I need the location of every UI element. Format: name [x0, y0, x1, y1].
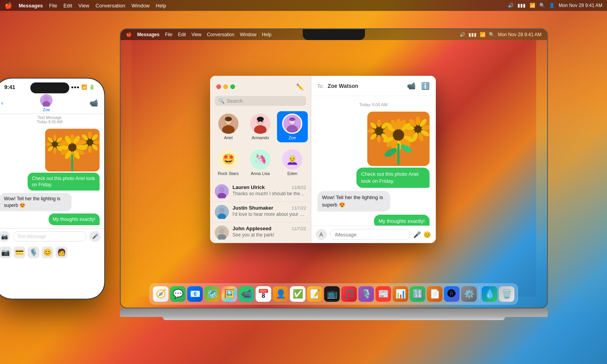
conversation-list: Lauren Ulrick 11/8/22 Thanks so much! I … [210, 181, 311, 243]
dock-airdrop[interactable]: 💧 [482, 286, 497, 302]
dock-safari[interactable]: 🧭 [153, 286, 168, 302]
video-call-icon[interactable]: 📹 [407, 82, 416, 90]
input-right-actions: 🎤 😊 [413, 231, 431, 238]
john-date: 11/7/22 [292, 226, 306, 231]
iphone-bubble-sent-1: Check out this photo Ariel took on Frida… [28, 173, 100, 191]
justin-avatar [215, 205, 229, 219]
pinned-contact-ariel[interactable]: Ariel [213, 111, 244, 142]
dock-music[interactable]: 🎵 [341, 286, 357, 302]
macbook-screen: 🍎 Messages File Edit View Conversation W… [120, 28, 548, 308]
message-row-sent-1: Check out this photo Ariel took on Frida… [318, 112, 430, 188]
apps-button[interactable]: A [316, 229, 327, 240]
pinned-contact-armando[interactable]: Armando [245, 111, 275, 142]
search-bar[interactable]: 🔍 Search [215, 96, 306, 106]
pinned-contact-zoe[interactable]: Zoe [277, 111, 307, 142]
conv-lauren[interactable]: Lauren Ulrick 11/8/22 Thanks so much! I … [210, 181, 311, 202]
mac-menu-edit: Edit [178, 32, 186, 37]
lauren-date: 11/8/22 [292, 185, 306, 190]
mac-menu-window: Window [240, 32, 256, 37]
pinned-contact-rockstars[interactable]: 🤩 Rock Stars [213, 147, 244, 178]
dock-numbers[interactable]: 🔢 [410, 286, 425, 302]
iphone-emoji-smiley[interactable]: 😊 [42, 247, 53, 258]
menu-messages[interactable]: Messages [19, 3, 43, 9]
back-chevron-icon: ‹ [1, 100, 3, 107]
zoe-avatar [282, 114, 302, 134]
close-button[interactable] [216, 84, 221, 89]
mac-dock-inner: 🧭 💬 📧 🗺️ 🖼️ 📹 NOV 8 [149, 284, 518, 304]
conv-john[interactable]: John Appleseed 11/7/22 See you at the pa… [210, 222, 311, 243]
menu-help[interactable]: Help [156, 3, 166, 9]
battery-icon: ▮▮▮ [518, 3, 526, 8]
dock-photos[interactable]: 🖼️ [221, 286, 237, 302]
dock-appstore[interactable]: 🅐 [444, 286, 460, 302]
justin-preview: I'd love to hear more about your project… [233, 212, 306, 217]
user-icon[interactable]: 👤 [549, 3, 555, 8]
iphone-emoji-applepay[interactable]: 💳 [14, 247, 25, 258]
iphone-camera-button[interactable]: 📷 [0, 231, 10, 242]
conv-justin[interactable]: Justin Shumaker 11/7/22 I'd love to hear… [210, 202, 311, 222]
search-icon[interactable]: 🔍 [539, 3, 545, 8]
mac-menu-help: Help [262, 32, 272, 37]
chat-actions: 📹 ℹ️ [407, 82, 430, 90]
mac-dock-overlay: 🧭 💬 📧 🗺️ 🖼️ 📹 NOV 8 [121, 280, 547, 308]
armando-name: Armando [252, 135, 269, 140]
iphone-emoji-person[interactable]: 🧑 [56, 247, 67, 258]
iphone-emoji-camera[interactable]: 📷 [0, 247, 11, 258]
dock-podcasts[interactable]: 🎙️ [358, 286, 374, 302]
info-icon[interactable]: ℹ️ [421, 82, 430, 90]
dock-pages[interactable]: 📄 [427, 286, 442, 302]
back-button[interactable]: ‹ [1, 100, 3, 107]
svg-point-27 [219, 208, 225, 213]
menu-edit[interactable]: Edit [63, 3, 72, 9]
dock-facetime[interactable]: 📹 [239, 286, 254, 302]
iphone-message-photo[interactable] [45, 129, 100, 172]
iphone-text-input[interactable]: Text Message [13, 231, 86, 242]
macbook: 🍎 Messages File Edit View Conversation W… [120, 28, 548, 324]
iphone-text-message-label: Text MessageToday 9:36 AM [0, 114, 104, 126]
dock-reminders[interactable]: ✅ [290, 286, 305, 302]
dock-contacts[interactable]: 👤 [273, 286, 288, 302]
menu-window[interactable]: Window [132, 3, 149, 9]
justin-name: Justin Shumaker [233, 205, 274, 211]
svg-text:🦄: 🦄 [254, 153, 267, 165]
dock-keynote[interactable]: 📊 [393, 286, 408, 302]
chat-input-bar: A 🎤 😊 [311, 226, 436, 243]
pinned-contact-annalisa[interactable]: 🦄 Anna Lisa [245, 147, 275, 178]
iphone-contact-center[interactable]: Zoe [40, 94, 53, 112]
iphone-mic-button[interactable]: 🎤 [89, 231, 100, 242]
recipient-name: Zoe Watson [328, 83, 358, 89]
justin-info: Justin Shumaker 11/7/22 I'd love to hear… [233, 205, 306, 217]
video-call-button[interactable]: 📹 [89, 99, 98, 107]
maximize-button[interactable] [230, 84, 235, 89]
dock-notes[interactable]: 📝 [307, 286, 323, 302]
dock-trash[interactable]: 🗑️ [499, 286, 514, 302]
menu-conversation[interactable]: Conversation [95, 3, 125, 9]
message-input[interactable] [330, 229, 410, 240]
dock-messages[interactable]: 💬 [170, 286, 186, 302]
dock-appletv[interactable]: 📺 [324, 286, 340, 302]
dock-mail[interactable]: 📧 [187, 286, 203, 302]
svg-point-80 [68, 143, 77, 152]
apple-logo[interactable]: 🍎 [5, 2, 12, 9]
lauren-preview: Thanks so much! I should be there by 9:0… [233, 191, 306, 196]
minimize-button[interactable] [223, 84, 228, 89]
emoji-icon[interactable]: 😊 [423, 231, 431, 238]
mac-apple-icon: 🍎 [126, 32, 132, 37]
pinned-contact-eden[interactable]: 👩‍🦳 Eden [277, 147, 307, 178]
svg-point-62 [367, 129, 375, 133]
menu-view[interactable]: View [79, 3, 89, 9]
dock-maps[interactable]: 🗺️ [204, 286, 220, 302]
mac-wifi: 📶 [480, 32, 486, 37]
svg-point-16 [289, 117, 295, 121]
dock-syspreferences[interactable]: ⚙️ [461, 286, 477, 302]
audio-icon[interactable]: 🎤 [413, 231, 421, 238]
iphone-emoji-audio[interactable]: 🎙️ [28, 247, 39, 258]
menu-file[interactable]: File [49, 3, 57, 9]
dock-calendar[interactable]: NOV 8 [256, 286, 271, 302]
iphone-bubble-sent-2: My thoughts exactly! [49, 214, 100, 225]
mac-user: Mon Nov 28 9:41 AM [498, 32, 541, 37]
message-photo[interactable] [367, 112, 430, 166]
eden-name: Eden [287, 171, 297, 176]
dock-news[interactable]: 📰 [375, 286, 391, 302]
compose-button[interactable]: ✏️ [295, 82, 305, 91]
